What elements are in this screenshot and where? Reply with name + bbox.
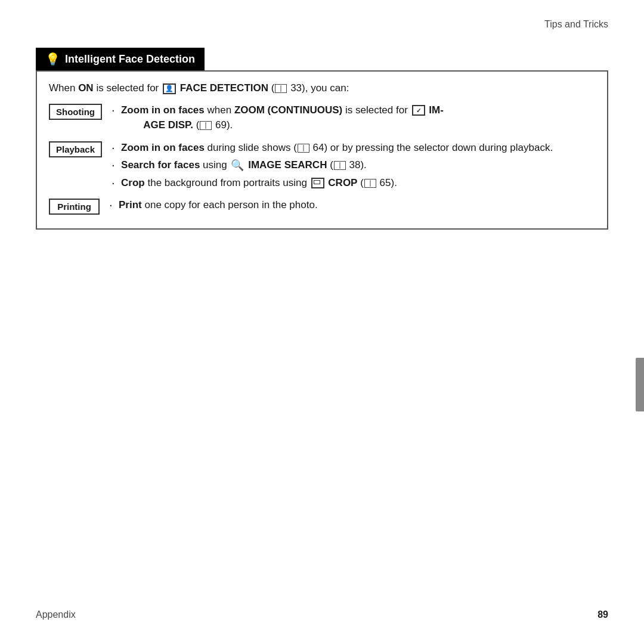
book-ref-69 (200, 121, 212, 130)
playback-badge: Playback (49, 141, 102, 157)
title-text: Intelligent Face Detection (65, 53, 195, 66)
image-search-icon: 🔍 (231, 159, 244, 172)
printing-item-1: Print one copy for each person in the ph… (109, 197, 595, 213)
book-ref-38 (334, 161, 346, 170)
printing-badge: Printing (49, 199, 100, 215)
book-ref-64 (298, 144, 309, 153)
playback-content: Zoom in on faces during slide shows ( 64… (112, 140, 595, 193)
playback-row: Playback Zoom in on faces during slide s… (49, 140, 595, 193)
printing-content: Print one copy for each person in the ph… (109, 197, 595, 215)
scrollbar-indicator[interactable] (636, 358, 644, 411)
shooting-row: Shooting Zoom in on faces when ZOOM (CON… (49, 103, 595, 135)
page-footer-right: 89 (597, 609, 608, 620)
playback-item-2: Search for faces using 🔍 IMAGE SEARCH ( … (112, 157, 595, 173)
playback-item-1: Zoom in on faces during slide shows ( 64… (112, 140, 595, 156)
printing-row: Printing Print one copy for each person … (49, 197, 595, 215)
shooting-badge: Shooting (49, 104, 102, 120)
title-box: 💡 Intelligent Face Detection (36, 48, 205, 70)
face-icon: 👤 (163, 83, 176, 94)
image-disp-icon: ✓ (412, 105, 425, 116)
shooting-item-1: Zoom in on faces when ZOOM (CONTINUOUS) … (112, 103, 595, 133)
book-ref-65 (364, 179, 376, 188)
title-icon: 💡 (45, 52, 60, 66)
book-ref-intro (275, 84, 287, 93)
info-box: When ON is selected for 👤 FACE DETECTION… (36, 70, 608, 230)
page-header: Tips and Tricks (544, 19, 608, 30)
intro-line: When ON is selected for 👤 FACE DETECTION… (49, 81, 595, 95)
page-footer-left: Appendix (36, 609, 76, 620)
shooting-content: Zoom in on faces when ZOOM (CONTINUOUS) … (112, 103, 595, 135)
playback-item-3: Crop the background from portraits using… (112, 175, 595, 191)
crop-icon (311, 178, 324, 188)
